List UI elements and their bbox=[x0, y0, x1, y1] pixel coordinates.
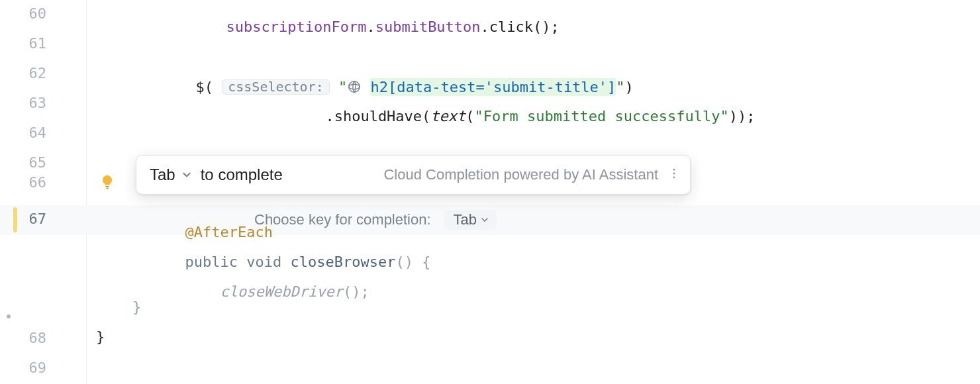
completion-config-label: Choose key for completion: bbox=[254, 213, 431, 227]
line-number: 67 bbox=[0, 212, 46, 226]
cloud-completion-label: Cloud Completion powered by AI Assistant bbox=[383, 168, 658, 182]
svg-rect-3 bbox=[106, 188, 109, 189]
code-line-ghost[interactable]: public void closeBrowser() { bbox=[0, 235, 980, 265]
code-line-ghost[interactable]: } bbox=[0, 295, 980, 324]
code-line-active[interactable]: 67 @AfterEach Choose key for completion:… bbox=[0, 205, 980, 235]
completion-key-dropdown[interactable]: Tab bbox=[444, 210, 497, 230]
completion-key-value: Tab bbox=[454, 213, 477, 227]
line-number: 63 bbox=[0, 96, 46, 111]
svg-point-5 bbox=[673, 173, 675, 175]
code-line[interactable]: 64 bbox=[0, 119, 980, 149]
completion-popup: Tab to complete Cloud Completion powered… bbox=[136, 155, 691, 195]
code-line[interactable]: 68 } bbox=[0, 324, 980, 354]
code-line[interactable]: 69 bbox=[0, 354, 980, 384]
svg-point-1 bbox=[349, 84, 360, 89]
code-line[interactable]: 62 $( cssSelector: " h2[data-test='submi… bbox=[0, 60, 980, 89]
code-line-ghost[interactable]: closeWebDriver(); bbox=[0, 265, 980, 295]
completion-key-label: Tab bbox=[150, 167, 175, 183]
code-editor: 60 subscriptionForm.submitButton.click()… bbox=[0, 0, 980, 384]
line-number: 68 bbox=[0, 331, 46, 346]
caret-down-icon bbox=[481, 216, 489, 224]
token-brace: } bbox=[132, 300, 141, 314]
token-brace: } bbox=[96, 330, 105, 344]
svg-point-6 bbox=[673, 176, 675, 178]
code-line[interactable]: 60 subscriptionForm.submitButton.click()… bbox=[0, 0, 980, 30]
more-actions-button[interactable] bbox=[667, 167, 681, 183]
completion-config-inline: Choose key for completion: Tab bbox=[254, 210, 497, 230]
line-number: 66 bbox=[0, 175, 46, 190]
line-number: 69 bbox=[0, 361, 46, 375]
svg-point-4 bbox=[673, 169, 675, 171]
svg-rect-2 bbox=[105, 186, 109, 187]
intention-bulb-icon[interactable] bbox=[99, 174, 115, 190]
caret-down-icon[interactable] bbox=[182, 168, 191, 182]
line-number: 64 bbox=[0, 126, 46, 140]
line-number: 65 bbox=[0, 156, 46, 170]
line-number: 61 bbox=[0, 36, 46, 51]
line-number: 60 bbox=[0, 7, 46, 21]
completion-hint-label: to complete bbox=[201, 167, 283, 183]
breakpoint-gutter-dot[interactable] bbox=[7, 314, 11, 318]
line-number: 62 bbox=[0, 66, 46, 81]
code-line[interactable]: 63 .shouldHave(text("Form submitted succ… bbox=[0, 89, 980, 119]
code-line[interactable]: 61 bbox=[0, 30, 980, 60]
vcs-change-marker[interactable] bbox=[13, 207, 17, 232]
